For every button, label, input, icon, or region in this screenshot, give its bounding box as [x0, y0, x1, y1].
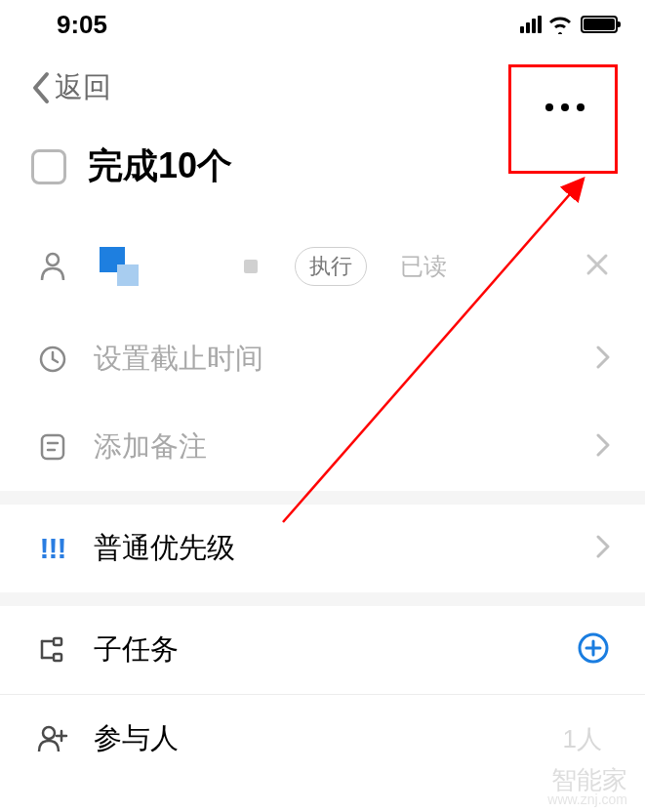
- wifi-icon: [547, 15, 573, 34]
- more-icon: [544, 102, 586, 112]
- deadline-label: 设置截止时间: [94, 340, 573, 379]
- chevron-right-icon: [596, 433, 610, 461]
- clock-icon: [35, 345, 70, 374]
- role-pill: 执行: [295, 247, 367, 286]
- close-icon: [585, 252, 610, 277]
- svg-point-4: [47, 254, 59, 265]
- clear-assignee-button[interactable]: [585, 252, 610, 281]
- subtask-icon: [35, 636, 70, 664]
- participants-label: 参与人: [94, 719, 540, 758]
- chevron-right-icon: [596, 535, 610, 562]
- svg-rect-15: [54, 654, 61, 661]
- svg-point-2: [577, 103, 585, 111]
- assignee-avatar: [94, 241, 271, 292]
- battery-icon: [581, 16, 618, 33]
- svg-point-1: [561, 103, 569, 111]
- subtask-row[interactable]: 子任务: [0, 606, 645, 694]
- nav-bar: 返回: [0, 49, 645, 127]
- deadline-row[interactable]: 设置截止时间: [0, 315, 645, 403]
- status-icons: [520, 15, 618, 34]
- priority-icon: !!!: [35, 532, 70, 565]
- add-person-icon: [35, 724, 70, 753]
- note-label: 添加备注: [94, 427, 573, 467]
- status-bar: 9:05: [0, 0, 645, 49]
- read-status: 已读: [400, 251, 447, 282]
- participants-row[interactable]: 参与人 1人: [0, 695, 645, 783]
- subtask-label: 子任务: [94, 630, 553, 670]
- plus-circle-icon: [577, 631, 610, 665]
- participants-count: 1人: [563, 722, 602, 756]
- svg-rect-13: [54, 638, 61, 645]
- priority-row[interactable]: !!! 普通优先级: [0, 505, 645, 592]
- chevron-left-icon: [31, 71, 51, 104]
- more-button[interactable]: [516, 59, 614, 156]
- task-title: 完成10个: [88, 142, 232, 190]
- svg-point-19: [43, 727, 55, 739]
- person-icon: [35, 251, 70, 282]
- svg-rect-8: [42, 435, 63, 459]
- svg-point-0: [545, 103, 553, 111]
- back-label: 返回: [55, 68, 111, 107]
- signal-icon: [520, 16, 542, 33]
- task-checkbox[interactable]: [31, 149, 66, 184]
- note-row[interactable]: 添加备注: [0, 403, 645, 491]
- add-subtask-button[interactable]: [577, 631, 610, 669]
- chevron-right-icon: [596, 345, 610, 373]
- priority-label: 普通优先级: [94, 529, 573, 568]
- status-time: 9:05: [57, 10, 107, 40]
- note-icon: [35, 432, 70, 462]
- back-button[interactable]: 返回: [31, 68, 111, 107]
- assignee-row[interactable]: 执行 已读: [0, 218, 645, 315]
